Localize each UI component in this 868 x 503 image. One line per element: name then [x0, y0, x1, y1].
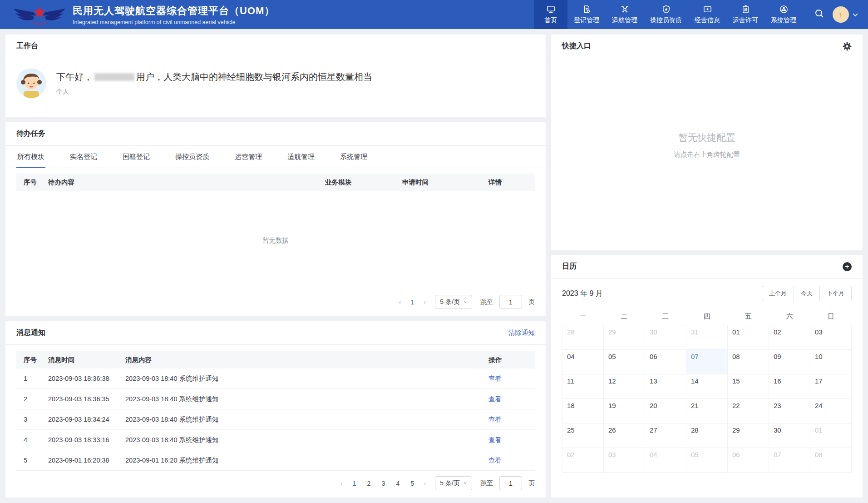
calendar-day[interactable]: 27 — [645, 423, 686, 448]
calendar-card: 日历 + 2023 年 9 月 上个月今天下个月 一二三四五六日 2829303… — [551, 255, 863, 498]
calendar-day[interactable]: 26 — [604, 423, 645, 448]
nav-item-registration[interactable]: 登记管理 — [567, 0, 606, 29]
calendar-day[interactable]: 06 — [645, 350, 686, 374]
page-number[interactable]: 1 — [348, 478, 360, 488]
calendar-day[interactable]: 18 — [562, 399, 604, 423]
calendar-week-row: 02030405060708 — [562, 448, 852, 473]
calendar-day[interactable]: 23 — [769, 399, 810, 423]
search-icon[interactable] — [814, 9, 824, 20]
next-month-button[interactable]: 下个月 — [819, 286, 852, 301]
tab-所有模块[interactable]: 所有模块 — [16, 146, 45, 168]
view-link[interactable]: 查看 — [488, 457, 502, 464]
add-event-icon[interactable]: + — [843, 262, 852, 271]
calendar-day[interactable]: 04 — [562, 350, 604, 374]
prev-page-icon[interactable]: ‹ — [396, 298, 404, 306]
calendar-day[interactable]: 02 — [769, 325, 810, 350]
jump-page-input[interactable] — [499, 295, 522, 309]
nav-item-operation-permit[interactable]: 运营许可 — [726, 0, 764, 29]
page-number[interactable]: 1 — [406, 297, 418, 307]
calendar-day[interactable]: 17 — [810, 374, 852, 399]
calendar-day[interactable]: 30 — [769, 423, 810, 448]
calendar-day[interactable]: 25 — [562, 423, 604, 448]
calendar-day[interactable]: 24 — [810, 399, 852, 423]
prev-page-icon[interactable]: ‹ — [338, 479, 345, 487]
calendar-day[interactable]: 03 — [604, 448, 645, 473]
clear-notifications-link[interactable]: 清除通知 — [508, 329, 535, 337]
calendar-day[interactable]: 28 — [562, 325, 604, 350]
chevron-down-icon[interactable] — [853, 10, 858, 19]
prev-month-button[interactable]: 上个月 — [762, 286, 794, 301]
calendar-day[interactable]: 12 — [604, 374, 645, 399]
message-time: 2023-09-03 18:33:16 — [44, 436, 122, 443]
tab-操控员资质[interactable]: 操控员资质 — [174, 146, 210, 168]
calendar-day[interactable]: 08 — [728, 350, 769, 374]
calendar-day[interactable]: 29 — [604, 325, 645, 350]
calendar-day[interactable]: 01 — [810, 423, 852, 448]
calendar-day[interactable]: 11 — [562, 374, 604, 399]
calendar-day[interactable]: 04 — [645, 448, 686, 473]
calendar-day[interactable]: 14 — [686, 374, 728, 399]
tab-适航管理[interactable]: 适航管理 — [286, 146, 316, 168]
messages-pagination: ‹12345›5 条/页∨跳至页 — [5, 472, 546, 498]
nav-item-home[interactable]: 首页 — [534, 0, 567, 29]
column-header: 消息时间 — [44, 356, 122, 364]
message-content: 2023-09-03 18:40 系统维护通知 — [122, 436, 485, 444]
tab-运营管理[interactable]: 运营管理 — [234, 146, 263, 168]
next-page-icon[interactable]: › — [421, 298, 429, 306]
message-content: 2023-09-03 18:40 系统维护通知 — [122, 374, 485, 383]
user-avatar[interactable]: 1 — [833, 6, 849, 23]
page-number[interactable]: 3 — [377, 478, 389, 488]
jump-page-input[interactable] — [499, 476, 522, 490]
calendar-day[interactable]: 01 — [728, 325, 769, 350]
calendar-day[interactable]: 31 — [686, 325, 728, 350]
page-size-select[interactable]: 5 条/页∨ — [435, 295, 472, 309]
calendar-day[interactable]: 29 — [728, 423, 769, 448]
page-number[interactable]: 4 — [392, 478, 404, 488]
calendar-day[interactable]: 09 — [769, 350, 810, 374]
todo-card: 待办任务 所有模块实名登记国籍登记操控员资质运营管理适航管理系统管理 序号待办内… — [5, 122, 546, 316]
messages-table-header: 序号消息时间消息内容操作 — [16, 351, 535, 369]
calendar-day[interactable]: 19 — [604, 399, 645, 423]
tab-国籍登记[interactable]: 国籍登记 — [122, 146, 151, 168]
calendar-day[interactable]: 28 — [686, 423, 728, 448]
view-link[interactable]: 查看 — [488, 375, 502, 382]
messages-rows: 12023-09-03 18:36:382023-09-03 18:40 系统维… — [5, 369, 546, 471]
nav-item-pilot-qualification[interactable]: 操控员资质 — [644, 0, 688, 29]
tab-系统管理[interactable]: 系统管理 — [339, 146, 368, 168]
avatar — [16, 68, 46, 98]
nav-item-label: 首页 — [544, 16, 557, 25]
page-number[interactable]: 5 — [406, 478, 418, 488]
calendar-day[interactable]: 20 — [645, 399, 686, 423]
jump-label: 跳至 — [480, 479, 493, 488]
calendar-day[interactable]: 16 — [769, 374, 810, 399]
today-button[interactable]: 今天 — [794, 286, 820, 301]
tab-实名登记[interactable]: 实名登记 — [69, 146, 98, 168]
calendar-day[interactable]: 22 — [728, 399, 769, 423]
calendar-day[interactable]: 05 — [686, 448, 728, 473]
nav-item-business-info[interactable]: 经营信息 — [688, 0, 726, 29]
calendar-day[interactable]: 07 — [769, 448, 810, 473]
calendar-day[interactable]: 03 — [810, 325, 852, 350]
calendar-day[interactable]: 13 — [645, 374, 686, 399]
calendar-day[interactable]: 21 — [686, 399, 728, 423]
view-link[interactable]: 查看 — [488, 436, 502, 443]
messages-title: 消息通知 — [16, 328, 45, 338]
calendar-day[interactable]: 02 — [562, 448, 604, 473]
calendar-day[interactable]: 10 — [810, 350, 852, 374]
nav-item-system[interactable]: 系统管理 — [764, 0, 803, 29]
calendar-day[interactable]: 08 — [810, 448, 852, 473]
message-time: 2023-09-03 18:36:35 — [44, 395, 122, 403]
calendar-day[interactable]: 06 — [728, 448, 769, 473]
page-size-select[interactable]: 5 条/页∨ — [435, 476, 472, 490]
view-link[interactable]: 查看 — [488, 395, 502, 403]
calendar-day-today[interactable]: 07 — [686, 350, 728, 374]
weekday-label: 一 — [562, 308, 603, 325]
calendar-day[interactable]: 05 — [604, 350, 645, 374]
view-link[interactable]: 查看 — [488, 416, 502, 423]
next-page-icon[interactable]: › — [421, 479, 429, 487]
page-number[interactable]: 2 — [363, 478, 375, 488]
calendar-day[interactable]: 30 — [645, 325, 686, 350]
nav-item-airworthiness[interactable]: 适航管理 — [606, 0, 644, 29]
nav-item-label: 适航管理 — [612, 16, 637, 25]
calendar-day[interactable]: 15 — [728, 374, 769, 399]
